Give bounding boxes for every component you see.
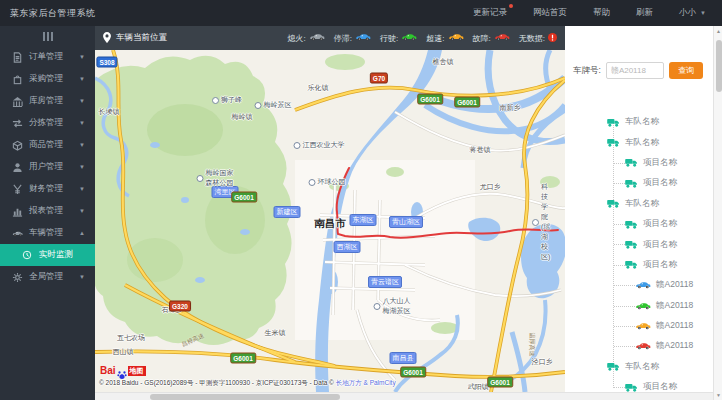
car-icon — [494, 33, 510, 43]
map-labels: 南昌市湾里区新建区东湖区青山湖区西湖区青云谱区南昌县乐化镇樵舍镇南新乡蒋巷镇尤口… — [95, 50, 565, 392]
tree-connector-stub — [614, 346, 637, 347]
car-icon — [355, 33, 371, 43]
scroll-down-icon[interactable]: ▼ — [714, 390, 722, 400]
car-icon — [635, 342, 651, 350]
road-badge: G70 — [370, 73, 388, 84]
map-town-label: 泾口乡 — [532, 357, 553, 367]
sidebar-item[interactable]: 订单管理▼ — [0, 46, 95, 68]
sidebar-item-label: 库房管理 — [29, 95, 63, 107]
truck-icon — [625, 158, 638, 167]
chevron-down-icon: ▼ — [79, 142, 85, 148]
sidebar-item[interactable]: 库房管理▼ — [0, 90, 95, 112]
tree-node[interactable]: 车队名称 — [565, 112, 713, 132]
sidebar-item[interactable]: 全局管理▼ — [0, 266, 95, 288]
map-town-label: 尤口乡 — [480, 182, 501, 192]
plate-input[interactable] — [606, 62, 664, 79]
sidebar-subitem[interactable]: 实时监测 — [0, 244, 95, 266]
car-icon — [635, 302, 651, 310]
truck-icon — [625, 179, 638, 188]
map-copyright: © 2018 Baidu - GS(2016)2089号 - 甲测资字11009… — [99, 379, 396, 388]
sidebar-item[interactable]: 财务管理▼ — [0, 178, 95, 200]
clock-icon — [22, 250, 33, 261]
alert-icon — [548, 33, 557, 44]
sidebar-item-label: 商品管理 — [29, 139, 63, 151]
hamburger-icon[interactable] — [0, 26, 95, 46]
chevron-down-icon: ▼ — [79, 274, 85, 280]
fleet-tree: 车队名称车队名称项目名称项目名称车队名称项目名称项目名称项目名称赣A20118赣… — [565, 112, 713, 397]
tree-node[interactable]: 车队名称 — [565, 194, 713, 214]
scroll-up-icon[interactable]: ▲ — [714, 26, 722, 36]
legend-item: 超速: — [426, 33, 463, 44]
tree-node-label: 车队名称 — [625, 361, 659, 373]
truck-icon — [607, 199, 620, 208]
order-icon — [11, 51, 23, 63]
header-menu-item[interactable]: 小小▼ — [679, 7, 706, 19]
tree-node[interactable]: 项目名称 — [565, 255, 713, 275]
road-badge: G6001 — [487, 377, 513, 388]
sidebar-item[interactable]: 采购管理▼ — [0, 68, 95, 90]
sidebar-item-label: 用户管理 — [29, 161, 63, 173]
map-poi-label: 科技学院(瑶湖校区) — [532, 182, 554, 262]
map-district-badge: 西湖区 — [334, 241, 361, 253]
sidebar-item[interactable]: 商品管理▼ — [0, 134, 95, 156]
legend-label: 停滞: — [334, 33, 352, 44]
baidu-paw-icon — [117, 366, 127, 376]
poi-dot-icon — [374, 303, 381, 310]
road-badge: G6001 — [400, 367, 426, 378]
sidebar-item[interactable]: 分拣管理▼ — [0, 112, 95, 134]
tree-node-label: 项目名称 — [643, 239, 677, 251]
tree-node[interactable]: 赣A20118 — [565, 275, 713, 295]
sidebar-item-label: 采购管理 — [29, 73, 63, 85]
map-canvas[interactable]: 南昌市湾里区新建区东湖区青山湖区西湖区青云谱区南昌县乐化镇樵舍镇南新乡蒋巷镇尤口… — [95, 50, 565, 392]
map-district-badge: 东湖区 — [350, 214, 377, 226]
tree-node[interactable]: 项目名称 — [565, 153, 713, 173]
notification-dot — [509, 4, 513, 8]
map-town-label: 樵舍镇 — [433, 57, 454, 67]
horizontal-scroll-thumb[interactable] — [150, 394, 340, 400]
tree-node[interactable]: 项目名称 — [565, 214, 713, 234]
road-badge: G6001 — [231, 192, 257, 203]
legend-item: 无数据: — [519, 33, 557, 44]
legend-item: 停滞: — [334, 33, 371, 44]
tree-node[interactable]: 赣A20118 — [565, 296, 713, 316]
header-menu-item[interactable]: 刷新 — [636, 7, 653, 19]
car-icon — [401, 33, 417, 43]
map-poi-label: 八大山人梅湖景区 — [374, 296, 411, 316]
sidebar-item[interactable]: 报表管理▼ — [0, 200, 95, 222]
tree-node-label: 项目名称 — [643, 177, 677, 189]
car-icon — [448, 33, 464, 43]
sidebar-item-label: 分拣管理 — [29, 117, 63, 129]
vertical-scroll-thumb[interactable] — [716, 40, 722, 92]
tree-node-label: 项目名称 — [643, 218, 677, 230]
tree-node[interactable]: 项目名称 — [565, 234, 713, 254]
legend-item: 故障: — [473, 33, 510, 44]
tree-node-label: 赣A20118 — [656, 320, 693, 332]
tree-node[interactable]: 车队名称 — [565, 132, 713, 152]
car-icon — [309, 33, 325, 43]
poi-dot-icon — [255, 102, 262, 109]
map-town-label: 乐化镇 — [308, 83, 329, 93]
header-menu-item[interactable]: 网站首页 — [533, 7, 567, 19]
chevron-down-icon: ▼ — [79, 76, 85, 82]
tree-node[interactable]: 车队名称 — [565, 357, 713, 377]
tree-node[interactable]: 项目名称 — [565, 173, 713, 193]
horizontal-scrollbar[interactable] — [95, 392, 713, 400]
sidebar-item[interactable]: 车辆管理▲ — [0, 222, 95, 244]
chevron-down-icon: ▼ — [79, 208, 85, 214]
tree-node-label: 赣A20118 — [656, 300, 693, 312]
map-town-label: 南新乡 — [500, 103, 521, 113]
sidebar-item[interactable]: 用户管理▼ — [0, 156, 95, 178]
tree-node[interactable]: 赣A20118 — [565, 336, 713, 356]
tree-connector-stub — [614, 326, 637, 327]
vertical-scrollbar[interactable]: ▲ ▼ — [713, 26, 722, 400]
tree-node-label: 车队名称 — [625, 137, 659, 149]
map-town-label: 梅岭镇 — [232, 112, 253, 122]
sidebar-item-label: 报表管理 — [29, 205, 63, 217]
road-badge: G320 — [169, 301, 191, 312]
header-menu-item[interactable]: 更新记录 — [473, 7, 507, 19]
map-district-badge: 新建区 — [274, 206, 301, 218]
header-menu-item[interactable]: 帮助 — [593, 7, 610, 19]
search-button[interactable]: 查询 — [669, 62, 703, 79]
tree-node[interactable]: 赣A20118 — [565, 316, 713, 336]
legend-item: 行驶: — [380, 33, 417, 44]
